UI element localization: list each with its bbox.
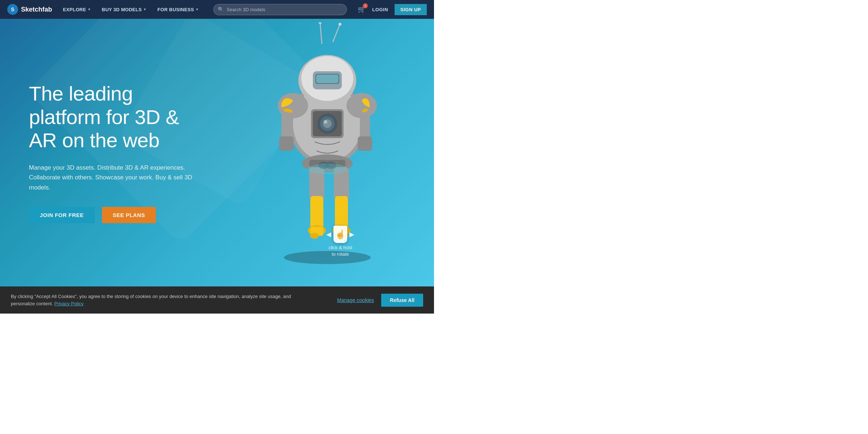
svg-point-4 bbox=[339, 23, 341, 26]
cart-badge: 2 bbox=[363, 3, 368, 8]
svg-rect-23 bbox=[358, 136, 372, 151]
svg-point-3 bbox=[319, 22, 322, 24]
svg-point-34 bbox=[310, 233, 319, 239]
cart-icon[interactable]: 🛒 2 bbox=[358, 5, 366, 13]
business-arrow-icon: ▼ bbox=[195, 8, 199, 11]
search-input[interactable] bbox=[213, 4, 347, 15]
svg-point-12 bbox=[324, 120, 327, 124]
svg-rect-31 bbox=[335, 196, 348, 229]
signup-button[interactable]: SIGN UP bbox=[395, 4, 427, 15]
rotation-arrows: ◀ ☝ ▶ bbox=[326, 226, 354, 243]
nav-right: 🛒 2 LOGIN SIGN UP bbox=[358, 4, 427, 15]
manage-cookies-link[interactable]: Manage cookies bbox=[337, 297, 374, 303]
click-hold-text: click & hold to rotate bbox=[328, 244, 352, 258]
svg-point-38 bbox=[307, 163, 347, 174]
buy-arrow-icon: ▼ bbox=[143, 8, 146, 11]
svg-rect-27 bbox=[310, 196, 323, 229]
navbar: S Sketchfab EXPLORE ▼ BUY 3D MODELS ▼ FO… bbox=[0, 0, 434, 19]
explore-nav[interactable]: EXPLORE ▼ bbox=[59, 0, 94, 19]
logo[interactable]: S Sketchfab bbox=[7, 4, 52, 15]
cursor-icon: ☝ bbox=[333, 226, 347, 243]
cookie-banner: By clicking "Accept All Cookies", you ag… bbox=[0, 286, 434, 314]
login-link[interactable]: LOGIN bbox=[372, 7, 388, 12]
svg-rect-21 bbox=[279, 136, 294, 151]
explore-arrow-icon: ▼ bbox=[88, 8, 91, 11]
hero-subtitle: Manage your 3D assets. Distribute 3D & A… bbox=[29, 163, 206, 192]
click-hold-indicator: ◀ ☝ ▶ click & hold to rotate bbox=[326, 226, 354, 258]
logo-icon: S bbox=[7, 4, 18, 15]
refuse-all-button[interactable]: Refuse All bbox=[381, 294, 423, 307]
for-business-nav[interactable]: FOR BUSINESS ▼ bbox=[154, 0, 202, 19]
search-bar: 🔍 bbox=[213, 4, 347, 15]
right-arrow-icon: ▶ bbox=[349, 230, 354, 238]
buy-models-nav[interactable]: BUY 3D MODELS ▼ bbox=[98, 0, 150, 19]
see-plans-button[interactable]: SEE PLANS bbox=[102, 207, 156, 223]
left-arrow-icon: ◀ bbox=[326, 230, 331, 238]
hero-title: The leading platform for 3D & AR on the … bbox=[29, 82, 206, 152]
join-free-button[interactable]: JOIN FOR FREE bbox=[29, 207, 95, 223]
hero-buttons: JOIN FOR FREE SEE PLANS bbox=[29, 207, 206, 223]
hero-content: The leading platform for 3D & AR on the … bbox=[0, 60, 235, 245]
privacy-policy-link[interactable]: Privacy Policy bbox=[54, 301, 84, 306]
cookie-actions: Manage cookies Refuse All bbox=[337, 294, 423, 307]
svg-line-2 bbox=[333, 24, 340, 42]
robot-model bbox=[257, 22, 394, 268]
cookie-text: By clicking "Accept All Cookies", you ag… bbox=[11, 293, 300, 307]
robot-3d-viewer[interactable] bbox=[217, 19, 434, 286]
hero-section: The leading platform for 3D & AR on the … bbox=[0, 19, 434, 286]
search-icon: 🔍 bbox=[218, 7, 224, 12]
svg-line-1 bbox=[320, 22, 322, 44]
logo-text: Sketchfab bbox=[21, 6, 52, 13]
svg-rect-17 bbox=[316, 75, 339, 83]
